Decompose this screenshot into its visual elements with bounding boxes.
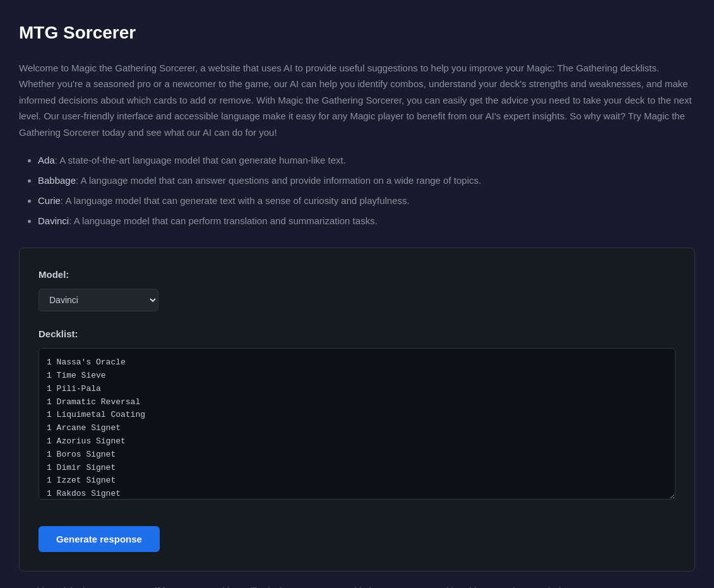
intro-paragraph: Welcome to Magic the Gathering Sorcerer,… — [19, 60, 695, 141]
bullet-label-davinci: Davinci — [38, 215, 69, 226]
model-select[interactable]: Ada Babbage Curie Davinci — [39, 289, 158, 311]
main-card: Model: Ada Babbage Curie Davinci Decklis… — [19, 248, 695, 572]
bullet-label-babbage: Babbage — [38, 175, 76, 186]
list-item: Curie: A language model that can generat… — [38, 193, 695, 208]
model-label: Model: — [39, 267, 675, 282]
bullet-desc-ada: A state-of-the-art language model that c… — [59, 155, 346, 165]
page-title: MTG Sorcerer — [19, 19, 695, 47]
decklist-form-group: Decklist: — [39, 327, 675, 505]
decklist-label: Decklist: — [39, 327, 675, 342]
bullet-desc-babbage: A language model that can answer questio… — [81, 175, 482, 186]
feature-list: Ada: A state-of-the-art language model t… — [19, 153, 695, 229]
list-item: Babbage: A language model that can answe… — [38, 173, 695, 188]
bullet-label-curie: Curie — [38, 195, 61, 206]
bullet-label-ada: Ada — [38, 155, 55, 165]
list-item: Davinci: A language model that can perfo… — [38, 213, 695, 229]
model-form-group: Model: Ada Babbage Curie Davinci — [39, 267, 675, 311]
bullet-desc-curie: A language model that can generate text … — [65, 195, 409, 206]
list-item: Ada: A state-of-the-art language model t… — [38, 153, 695, 168]
generate-button[interactable]: Generate response — [39, 526, 160, 552]
bullet-desc-davinci: A language model that can perform transl… — [74, 215, 378, 226]
decklist-textarea[interactable] — [39, 348, 675, 500]
response-text: 1. Add: 1. Lightning Greaves 2. Swiftfoo… — [19, 584, 695, 588]
